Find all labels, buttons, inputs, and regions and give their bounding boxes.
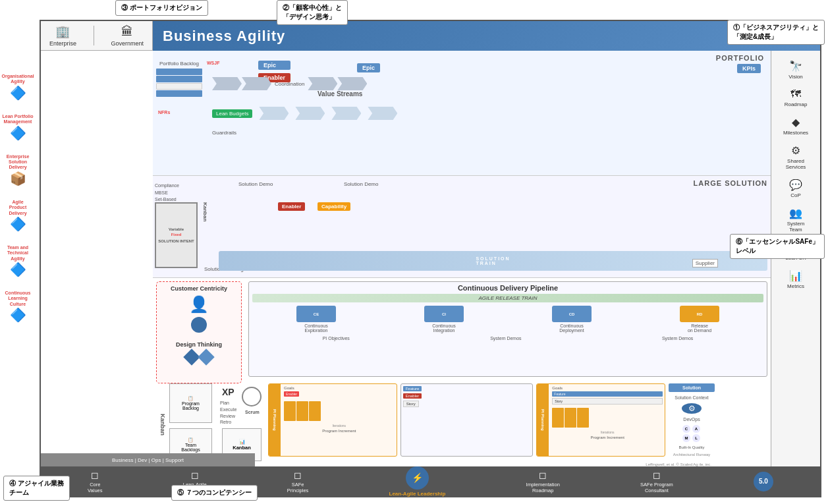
dt-diamonds — [186, 351, 212, 363]
variable-label: Variable — [169, 227, 184, 231]
kanban-row-nfr-1 — [156, 83, 202, 90]
safe-consultant-icon: ◻ — [653, 470, 661, 480]
chevron-area: Coordination — [212, 77, 367, 90]
xp-retro: Retro — [220, 419, 236, 426]
program-backlog-label: Program Backlog — [182, 401, 200, 410]
header-title: Business Agility — [163, 28, 285, 45]
c-circle: C — [682, 425, 690, 433]
feature-sm-2: Feature — [552, 391, 663, 397]
enabler-sm-1: Enabler — [284, 391, 299, 397]
stage-deployment: CD Continuous Deployment — [549, 306, 595, 333]
solution-train-label: SOLUTION TRAIN — [476, 256, 510, 266]
government-icon: 🏛 — [121, 25, 133, 39]
lal-label: Lean-Agile Leadership — [389, 491, 446, 497]
pi-goals-2: Goals — [552, 386, 663, 390]
feature-items: Feature Enabler Story — [403, 386, 531, 407]
business-support-bar: Business | Dev | Ops | Support — [41, 453, 255, 466]
header-bar: Business Agility ⏱ Measure & Grow — [153, 21, 820, 51]
kanban-row-3 — [156, 90, 202, 97]
lb-chevron-1 — [259, 107, 289, 120]
milestones-icon: ◆ — [792, 116, 800, 128]
customer-centricity-box: Customer Centricity 👤 Design Thinking — [156, 281, 242, 383]
cc-circle-icon — [191, 317, 207, 333]
stage-deployment-bar: CD — [552, 306, 592, 322]
iter-bar-1a — [284, 401, 296, 421]
iter-bar-2c — [577, 408, 589, 428]
pi-labels: PI Objectives System Demos System Demos — [249, 336, 767, 341]
pi-area-1: PI Planning Goals Enabler — [268, 383, 397, 457]
agility-label-1: Organisational Agility — [0, 74, 38, 85]
government-type: 🏛 Government — [111, 25, 144, 47]
capability-badge: Capability — [317, 202, 350, 211]
vision-icon: 🔭 — [789, 60, 802, 72]
guardrails-label: Guardrails — [212, 130, 236, 136]
essential-section: ESSENTIAL Customer Centricity 👤 Design T… — [153, 278, 771, 466]
lean-agile-mindset-icon: ◻ — [191, 470, 199, 480]
caml-grid: C A M L — [682, 425, 701, 442]
stage-exploration-bar: CE — [296, 306, 336, 322]
iter-bar-1b — [296, 401, 308, 421]
sidebar-system-team: 👥 System Team — [775, 204, 817, 235]
portfolio-kanban-stack — [156, 69, 202, 97]
coordination-label: Coordination — [275, 81, 304, 87]
stage-integration-label: Continuous Integration — [432, 323, 455, 333]
sidebar-vision: 🔭 Vision — [775, 57, 817, 82]
portfolio-section: PORTFOLIO Portfolio Backlog Epic Enabler — [153, 51, 771, 176]
core-values-label: Core Values — [88, 482, 102, 493]
stage-exploration-label: Continuous Exploration — [304, 323, 327, 333]
bottom-lal[interactable]: ⚡ Lean-Agile Leadership — [389, 466, 446, 497]
main-container: ①「ビジネスアジリティ」と 「測定&成長」 ②「顧客中心性」と 「デザイン思考」… — [0, 0, 828, 504]
architectural-runway-label: Architectural Runway — [673, 453, 711, 457]
callout-three: ③ ポートフォリオビジョン — [115, 0, 208, 16]
agility-item-3: Enterprise Solution Delivery 📦 — [0, 154, 38, 186]
epic-badge-2: Epic — [357, 63, 380, 72]
version-badge: 5.0 — [754, 472, 773, 491]
agility-icon-3: 📦 — [10, 171, 26, 186]
sidebar-cop: 💬 CoP — [775, 176, 817, 201]
built-in-quality-label: Built-In Quality — [679, 445, 705, 449]
lal-circle: ⚡ — [406, 466, 429, 490]
system-demos-label-1: System Demos — [490, 336, 521, 341]
pi-planning-bar-2: PI Planning — [537, 384, 549, 456]
agility-icon-1: 🔷 — [10, 85, 26, 101]
portfolio-backlog-label: Portfolio Backlog — [156, 61, 202, 67]
ls-enabler-badge: Enabler — [278, 202, 305, 211]
pi-planning-bar-1: PI Planning — [269, 384, 281, 456]
callout-six: ⑥「エッセンシャルSAFe」 レベル — [730, 234, 825, 259]
agility-item-1: Organisational Agility 🔷 — [0, 74, 38, 101]
xp-review: Review — [220, 413, 236, 420]
iter-bar-2a — [552, 408, 564, 428]
chevron-1 — [212, 77, 242, 90]
fixed-label: Fixed — [171, 233, 182, 237]
bottom-bar: ◻ Core Values ◻ Lean-Agile Mindset ◻ SAF… — [41, 466, 820, 496]
wsjf-label: WSJF — [207, 61, 219, 65]
stage-release-bar: RD — [680, 306, 719, 322]
bottom-impl-roadmap[interactable]: ◻ Implementation Roadmap — [526, 470, 560, 493]
agility-label-4: Agile Product Delivery — [9, 200, 26, 216]
pi-areas: PI Planning Goals Enabler — [268, 383, 715, 457]
xp-items: Plan Execute Review Retro — [220, 400, 236, 426]
xp-execute: Execute — [220, 406, 236, 413]
pi-goals-1: Goals — [284, 386, 395, 390]
safe-principles-label: SAFe Principles — [287, 482, 309, 493]
core-values-icon: ◻ — [91, 470, 99, 480]
feature-story-area: Feature Enabler Story — [400, 383, 534, 457]
bottom-safe-consultant[interactable]: ◻ SAFe Program Consultant — [640, 470, 673, 493]
solution-train: SOLUTION TRAIN — [219, 251, 767, 271]
sidebar-metrics: 📊 Metrics — [775, 267, 817, 292]
bottom-core-values[interactable]: ◻ Core Values — [88, 470, 102, 493]
bottom-safe-principles[interactable]: ◻ SAFe Principles — [287, 470, 309, 493]
agility-icon-2: 🔷 — [10, 125, 26, 141]
sidebar-roadmap: 🗺 Roadmap — [775, 86, 817, 110]
pi-badges-1: Enabler — [284, 391, 395, 397]
sidebar-shared-services: ⚙ Shared Services — [775, 142, 817, 173]
program-backlog-box: 📋 Program Backlog — [169, 383, 212, 423]
stage-release-label: Release on Demand — [688, 323, 711, 333]
kanban-vertical: Kanban — [202, 202, 208, 221]
system-demos-label-2: System Demos — [662, 336, 693, 341]
stage-deployment-label: Continuous Deployment — [559, 323, 584, 333]
callout-two: ②「顧客中心性」と 「デザイン思考」 — [277, 0, 348, 25]
agility-label-6: Continuous Learning Culture — [5, 291, 31, 307]
enterprise-type: 🏢 Enterprise — [49, 24, 76, 47]
agility-item-6: Continuous Learning Culture 🔷 — [0, 291, 38, 323]
